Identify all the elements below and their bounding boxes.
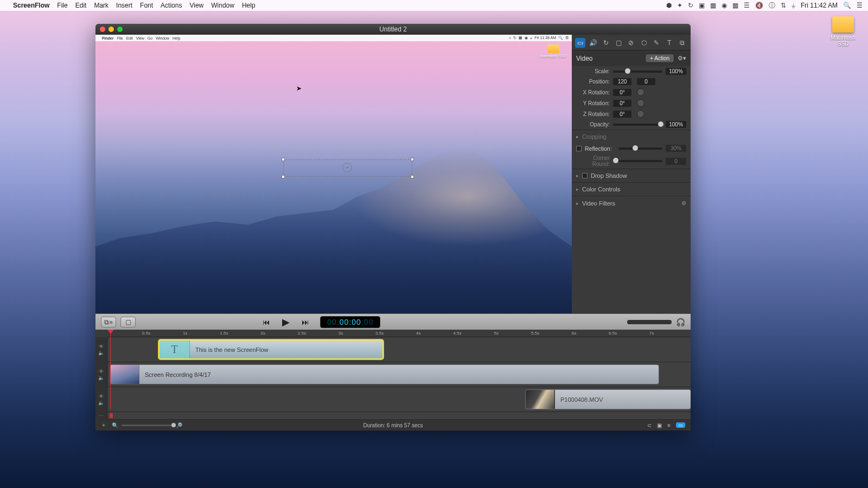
tab-touch[interactable]: ⊘ — [626, 38, 636, 48]
tab-text[interactable]: T — [664, 38, 674, 48]
position-y-field[interactable]: 0 — [637, 78, 655, 85]
marker[interactable] — [110, 413, 113, 418]
zoom-in-icon[interactable]: 🔎 — [176, 422, 182, 428]
waveform-icon[interactable]: ≡ — [667, 422, 671, 428]
zrot-field[interactable]: 0° — [613, 111, 631, 118]
menu-window[interactable]: Window — [211, 2, 234, 9]
magnet-icon[interactable]: ⊂ — [647, 422, 652, 428]
ruler-tick: 1s — [183, 331, 187, 336]
menu-font[interactable]: Font — [140, 2, 153, 9]
status-icon[interactable]: ☰ — [744, 2, 750, 9]
detach-canvas-button[interactable]: ⧉» — [101, 317, 116, 328]
zoom-out-icon[interactable]: 🔍 — [112, 422, 118, 428]
status-icon[interactable]: ◉ — [722, 2, 727, 9]
timecode-display[interactable]: 00:00:00;00 — [320, 316, 380, 328]
status-icon[interactable]: ↻ — [688, 2, 693, 9]
volume-icon[interactable]: 🔇 — [755, 2, 763, 9]
tab-callout[interactable]: ▢ — [613, 38, 623, 48]
track-lane[interactable] — [107, 412, 691, 420]
yrot-dial[interactable] — [637, 99, 644, 107]
status-icon[interactable]: ✦ — [677, 2, 682, 9]
eye-icon: 👁 — [99, 369, 104, 374]
track-lane[interactable]: P1000408.MOV — [107, 387, 691, 412]
colorcontrols-section[interactable]: ▸Color Controls — [572, 182, 691, 196]
zoom-slider[interactable] — [122, 425, 173, 426]
menu-insert[interactable]: Insert — [116, 2, 132, 9]
track-controls[interactable]: ⋯ — [95, 412, 107, 420]
clock[interactable]: Fri 11:42 AM — [801, 2, 838, 9]
headphones-icon[interactable]: 🎧 — [676, 318, 685, 326]
tab-annotations[interactable]: ⬡ — [639, 38, 649, 48]
tab-pen[interactable]: ✎ — [652, 38, 662, 48]
scale-value[interactable]: 100% — [666, 68, 686, 75]
status-icon[interactable]: ⇅ — [781, 2, 786, 9]
cropping-section[interactable]: ▸Cropping — [572, 130, 691, 143]
menu-mark[interactable]: Mark — [94, 2, 108, 9]
add-track-button[interactable]: ＋ — [101, 421, 106, 429]
scale-slider[interactable] — [613, 70, 662, 73]
corner-slider[interactable] — [613, 160, 662, 162]
playhead[interactable] — [107, 330, 114, 334]
text-clip[interactable]: T This is the new ScreenFlow — [158, 339, 384, 359]
xrot-dial[interactable] — [637, 88, 644, 96]
play-button[interactable]: ▶ — [281, 316, 291, 328]
reflection-checkbox[interactable] — [576, 146, 582, 151]
rotation-handle[interactable] — [342, 163, 352, 172]
wifi-icon[interactable]: ⏚ — [792, 2, 795, 9]
calendar-icon[interactable]: ▦ — [710, 2, 716, 9]
track-controls[interactable]: 👁🔈 — [95, 362, 107, 387]
volume-slider[interactable] — [627, 320, 672, 324]
resize-handle[interactable] — [282, 175, 285, 178]
video-clip[interactable]: P1000408.MOV — [525, 389, 691, 409]
recorded-menu-item: File — [117, 36, 123, 40]
status-icon[interactable]: ⓘ — [769, 1, 775, 10]
canvas-preview[interactable]: Finder File Edit View Go Window Help ⌂ ↻… — [95, 35, 572, 313]
dropbox-icon[interactable]: ⬢ — [666, 2, 672, 9]
forward-button[interactable]: ⏭ — [301, 318, 310, 326]
menu-help[interactable]: Help — [242, 2, 256, 9]
track-lane[interactable]: T This is the new ScreenFlow — [107, 337, 691, 362]
xrot-label: X Rotation: — [576, 89, 610, 95]
yrot-field[interactable]: 0° — [613, 100, 631, 107]
track-controls[interactable]: 👁🔈 — [95, 387, 107, 412]
xrot-field[interactable]: 0° — [613, 89, 631, 96]
dropshadow-checkbox[interactable] — [582, 173, 588, 178]
gear-icon[interactable]: ⚙▾ — [678, 55, 686, 62]
tab-screen-recording[interactable]: ↻ — [601, 38, 611, 48]
tab-video[interactable]: ▭ — [575, 38, 585, 48]
opacity-value[interactable]: 100% — [666, 121, 686, 128]
picture-icon[interactable]: ▣ — [657, 422, 662, 428]
text-selection-box[interactable] — [283, 159, 412, 177]
track-lane[interactable]: Screen Recording 8/4/17 — [107, 362, 691, 387]
menu-actions[interactable]: Actions — [161, 2, 182, 9]
resize-handle[interactable] — [411, 158, 414, 161]
recording-clip[interactable]: Screen Recording 8/4/17 — [110, 364, 659, 384]
menu-view[interactable]: View — [189, 2, 203, 9]
timeline-ruler[interactable]: 0.5s1s1.5s2s2.5s3s3.5s4s4.5s5s5.5s6s6.5s… — [107, 330, 691, 337]
rewind-button[interactable]: ⏮ — [261, 318, 271, 326]
resize-handle[interactable] — [282, 158, 285, 161]
zrot-dial[interactable] — [637, 110, 644, 118]
titlebar[interactable]: Untitled 2 — [95, 24, 691, 35]
snap-badge[interactable]: ▭ — [676, 422, 685, 428]
videofilters-section[interactable]: ▸Video Filters⊕ — [572, 196, 691, 210]
menu-edit[interactable]: Edit — [75, 2, 87, 9]
dropshadow-section[interactable]: ▸Drop Shadow — [572, 169, 691, 182]
tab-media[interactable]: ⧉ — [677, 38, 687, 48]
resize-handle[interactable] — [411, 175, 414, 178]
properties-tabs: ▭ 🔊 ↻ ▢ ⊘ ⬡ ✎ T ⧉ — [572, 35, 691, 50]
opacity-slider[interactable] — [613, 124, 662, 126]
tab-audio[interactable]: 🔊 — [588, 38, 598, 48]
menu-file[interactable]: File — [57, 2, 67, 9]
crop-button[interactable]: ▢ — [120, 317, 136, 328]
spotlight-icon[interactable]: 🔍 — [843, 2, 851, 9]
position-x-field[interactable]: 120 — [613, 78, 631, 85]
track-controls[interactable]: 👁🔈 — [95, 337, 107, 362]
status-icon[interactable]: ▦ — [732, 2, 738, 9]
reflection-slider[interactable] — [618, 147, 662, 150]
add-action-button[interactable]: + Action — [645, 54, 674, 63]
desktop-hdd-icon[interactable]: Macintosh SSD — [828, 16, 858, 47]
notification-center-icon[interactable]: ☰ — [857, 2, 863, 9]
status-icon[interactable]: ▣ — [699, 2, 705, 9]
app-menu[interactable]: ScreenFlow — [13, 2, 49, 9]
